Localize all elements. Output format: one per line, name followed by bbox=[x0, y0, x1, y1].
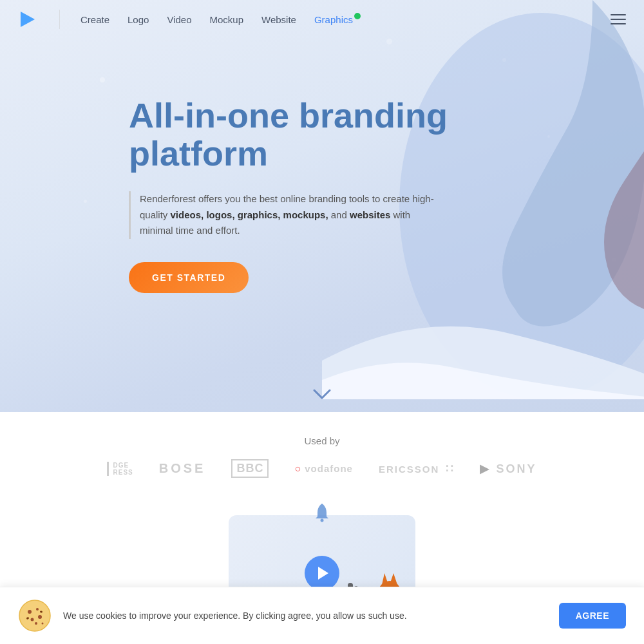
nav-graphics-badge bbox=[354, 13, 361, 19]
svg-point-12 bbox=[19, 600, 50, 631]
svg-point-13 bbox=[28, 610, 32, 614]
svg-marker-6 bbox=[390, 573, 397, 585]
used-by-label: Used by bbox=[0, 435, 644, 446]
logo[interactable] bbox=[15, 8, 39, 31]
brand-sony-text: SONY bbox=[496, 462, 536, 475]
brand-vodafone-text: vodafone bbox=[305, 463, 353, 474]
agree-button[interactable]: AGREE bbox=[559, 603, 626, 629]
nav-video[interactable]: Video bbox=[167, 14, 191, 25]
brand-logos: DGE RESS BOSE BBC ○ vodafone ERICSSON ∷ … bbox=[0, 459, 644, 478]
brand-sony: ▶ SONY bbox=[480, 462, 536, 476]
navbar-left: Create Logo Video Mockup Website Graphic… bbox=[15, 8, 353, 31]
particle bbox=[100, 77, 105, 82]
svg-point-16 bbox=[38, 615, 42, 619]
navbar: Create Logo Video Mockup Website Graphic… bbox=[0, 0, 644, 39]
hero-description-mid: and bbox=[328, 209, 350, 220]
hero-section: All-in-one branding platform Renderfores… bbox=[0, 0, 644, 412]
svg-marker-1 bbox=[21, 12, 35, 27]
hero-description: Renderforest offers you the best online … bbox=[129, 191, 438, 239]
brand-ericsson-text: ERICSSON bbox=[379, 464, 439, 475]
logo-icon bbox=[15, 8, 39, 31]
nav-create[interactable]: Create bbox=[80, 14, 109, 25]
nav-graphics-label: Graphics bbox=[314, 14, 353, 25]
get-started-button[interactable]: GET STARTED bbox=[129, 262, 249, 293]
nav-mockup[interactable]: Mockup bbox=[210, 14, 244, 25]
video-play-button[interactable] bbox=[305, 556, 339, 591]
nav-links: Create Logo Video Mockup Website Graphic… bbox=[80, 14, 353, 25]
hamburger-line-2 bbox=[611, 19, 626, 20]
bell-icon bbox=[313, 502, 331, 523]
svg-point-2 bbox=[321, 519, 324, 522]
hamburger-menu[interactable] bbox=[608, 12, 629, 27]
used-by-section: Used by DGE RESS BOSE BBC ○ vodafone ERI… bbox=[0, 417, 644, 493]
hero-description-bold2: websites bbox=[350, 209, 390, 220]
svg-point-17 bbox=[35, 622, 37, 625]
svg-point-18 bbox=[42, 623, 44, 625]
nav-website[interactable]: Website bbox=[261, 14, 296, 25]
nav-logo[interactable]: Logo bbox=[128, 14, 149, 25]
nav-divider bbox=[59, 10, 60, 29]
brand-bbc: BBC bbox=[231, 459, 269, 478]
svg-marker-5 bbox=[382, 573, 388, 585]
scroll-down-chevron[interactable] bbox=[313, 388, 331, 404]
brand-dgexpress: DGE RESS bbox=[107, 462, 133, 476]
bell-icon-area bbox=[313, 502, 331, 526]
cookie-text: We use cookies to improve your experienc… bbox=[63, 609, 547, 623]
svg-point-14 bbox=[36, 608, 39, 611]
svg-point-15 bbox=[31, 618, 34, 621]
hero-content: All-in-one branding platform Renderfores… bbox=[129, 97, 489, 293]
hero-description-bold1: videos, logos, graphics, mockups, bbox=[171, 209, 328, 220]
brand-ericsson: ERICSSON ∷ bbox=[379, 462, 455, 476]
hamburger-line-1 bbox=[611, 14, 626, 15]
hero-title: All-in-one branding platform bbox=[129, 97, 489, 173]
brand-bose: BOSE bbox=[159, 461, 206, 476]
nav-graphics[interactable]: Graphics bbox=[314, 14, 353, 25]
brand-vodafone: ○ vodafone bbox=[294, 463, 353, 475]
hamburger-line-3 bbox=[611, 23, 626, 24]
cookie-banner: We use cookies to improve your experienc… bbox=[0, 587, 644, 644]
cookie-icon bbox=[18, 599, 52, 632]
particle bbox=[84, 200, 87, 203]
